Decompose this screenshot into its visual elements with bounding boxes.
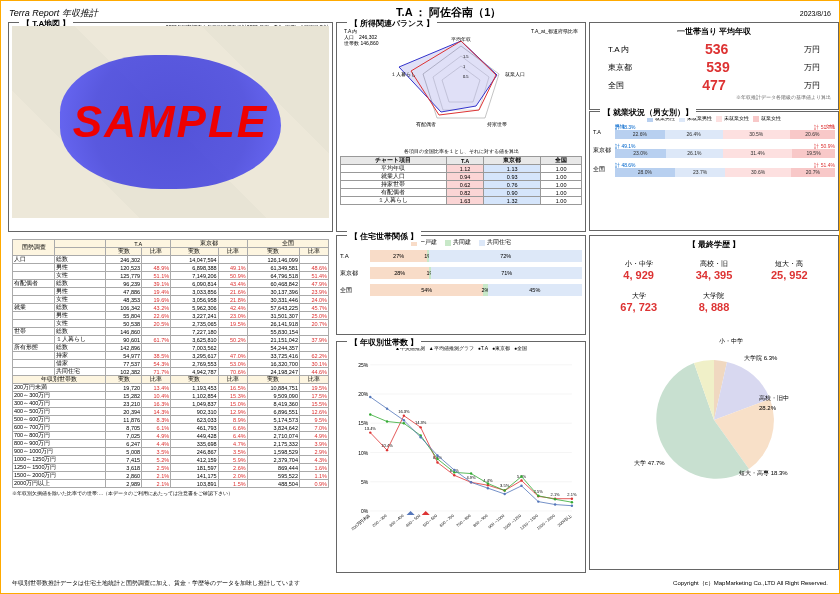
balance-table: チャート項目T.A東京都全国 平均年収1.121.131.00就業人口0.940… (340, 156, 582, 205)
svg-text:有配偶者: 有配偶者 (416, 121, 436, 127)
balance-panel: 【 所得関連バランス 】 T.A 内 人口 246,302 世帯数 146,86… (336, 22, 586, 232)
svg-text:600～700: 600～700 (438, 512, 455, 528)
svg-text:短大・高専 18.3%: 短大・高専 18.3% (739, 469, 788, 476)
housing-title: 【 住宅世帯関係 】 (347, 231, 421, 242)
housing-panel: 【 住宅世帯関係 】 一戸建 共同建 共同住宅 T.A27%1%72%東京都28… (336, 235, 586, 335)
svg-text:200～300: 200～300 (371, 512, 388, 528)
svg-text:700～800: 700～800 (455, 512, 472, 528)
svg-text:１人暮らし: １人暮らし (391, 71, 416, 77)
emp-row: 東京都計 49.1%計 50.9%23.0%26.1%31.4%19.5% (593, 143, 835, 159)
footer-note: 年収別世帯数推計データは住宅土地統計と国勢調査に加え、賃金・学歴等のデータを加味… (12, 579, 300, 588)
income-row: 全国477万円 (593, 76, 835, 94)
income-dist-panel: 【 年収別世帯数 】 ▲中央値推測 ▲平均値推測グラフ ●T.A ●東京都 ●全… (336, 341, 586, 573)
income-row: 東京都539万円 (593, 58, 835, 76)
svg-text:10%: 10% (358, 449, 369, 455)
svg-text:20%: 20% (358, 391, 369, 397)
svg-text:1.5: 1.5 (463, 54, 469, 59)
dist-title: 【 年収別世帯数 】 (347, 337, 421, 348)
copyright: Copyright（c）MapMarketing Co.,LTD All Rig… (673, 579, 828, 588)
svg-text:16.3%: 16.3% (398, 408, 410, 413)
house-row: 東京都28%1%71% (340, 267, 582, 279)
house-row: 全国54%2%45% (340, 284, 582, 296)
employment-panel: 【 就業状況（男女別）】 就業男性 未就業男性 未就業女性 就業女性 T.A計 … (589, 111, 839, 231)
income-row: T.A 内536万円 (593, 40, 835, 58)
education-panel: 【 最終学歴 】 小・中学4, 929高校・旧34, 395短大・高25, 95… (589, 235, 839, 570)
income-avg-panel: 一世帯当り 平均年収 T.A 内536万円東京都539万円全国477万円 ※年収… (589, 22, 839, 110)
svg-text:2.1%: 2.1% (551, 491, 561, 496)
edu-cell: 短大・高25, 952 (754, 256, 825, 284)
edu-cell: 大学院8, 888 (678, 288, 749, 316)
svg-text:大学 47.7%: 大学 47.7% (634, 460, 665, 466)
emp-row: 全国計 48.6%計 51.4%28.0%23.7%30.6%20.7% (593, 162, 835, 178)
map-image: SAMPLE (12, 26, 329, 218)
svg-text:5%: 5% (361, 478, 369, 484)
svg-marker-97 (422, 510, 430, 514)
svg-text:300～400: 300～400 (388, 512, 405, 528)
emp-title: 【 就業状況（男女別）】 (600, 107, 696, 118)
svg-text:200万円未満: 200万円未満 (350, 512, 371, 530)
edu-cell: 高校・旧34, 395 (678, 256, 749, 284)
income-avg-title: 一世帯当り 平均年収 (593, 26, 835, 37)
map-panel: 【 T.A地図 】 2020年国勢調査＆年収別世帯数推計2020 使用 T.A … (8, 22, 333, 232)
census-table-panel: 国勢調査T.A東京都全国実数比率実数比率実数比率人口総数246,30214,04… (8, 235, 333, 575)
svg-text:就業人口: 就業人口 (505, 71, 525, 77)
page-date: 2023/8/16 (800, 10, 831, 17)
radar-legend: T.A_at_都道府県比率 (531, 28, 578, 34)
edu-cell: 小・中学4, 929 (603, 256, 674, 284)
income-dist-chart: 0%5%10%15%20%25%13.4%10.4%16.3%14.3%8.3%… (340, 353, 582, 553)
svg-text:25%: 25% (358, 361, 369, 367)
svg-marker-96 (407, 510, 415, 514)
svg-text:大学院 6.3%: 大学院 6.3% (744, 354, 778, 361)
edu-title: 【 最終学歴 】 (593, 239, 835, 250)
table-note: ※年収別欠損値を除いた比率での世帯:…（本データのご利用にあたっては注意書をご確… (12, 490, 329, 496)
house-row: T.A27%1%72% (340, 250, 582, 262)
svg-text:0.5: 0.5 (463, 74, 469, 79)
balance-note: 各項目の全国比率を１とし、それに対する値を算出 (340, 148, 582, 154)
emp-row: T.A計 48.3%計 51.7%男性女性22.6%26.4%30.5%20.6… (593, 124, 835, 140)
svg-text:1500～2000: 1500～2000 (536, 512, 557, 530)
svg-text:28.2%: 28.2% (759, 405, 777, 411)
svg-text:高校・旧中: 高校・旧中 (759, 394, 789, 401)
balance-meta: T.A 内 人口 246,302 世帯数 146,860 (344, 28, 378, 46)
sample-watermark: SAMPLE (73, 97, 268, 147)
svg-text:2000以上: 2000以上 (556, 512, 572, 527)
edu-cell: 大学67, 723 (603, 288, 674, 316)
svg-text:平均年収: 平均年収 (451, 36, 471, 42)
svg-text:13.4%: 13.4% (365, 425, 377, 430)
svg-text:持家世帯: 持家世帯 (487, 121, 507, 127)
income-note: ※年収推計データ各階級の基準値より算出 (593, 94, 835, 100)
svg-text:2.1%: 2.1% (567, 491, 577, 496)
svg-text:小・中学: 小・中学 (719, 338, 743, 344)
census-table: 国勢調査T.A東京都全国実数比率実数比率実数比率人口総数246,30214,04… (12, 239, 329, 488)
edu-pie-chart: 小・中学 大学院 6.3% 高校・旧中 28.2% 大学 47.7% 短大・高専… (593, 320, 835, 500)
